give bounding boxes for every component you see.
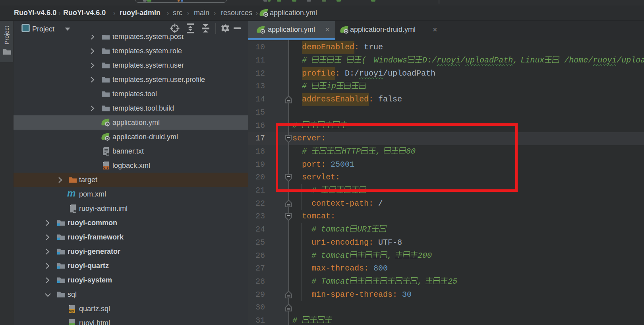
svg-text:SQL: SQL	[69, 309, 75, 313]
